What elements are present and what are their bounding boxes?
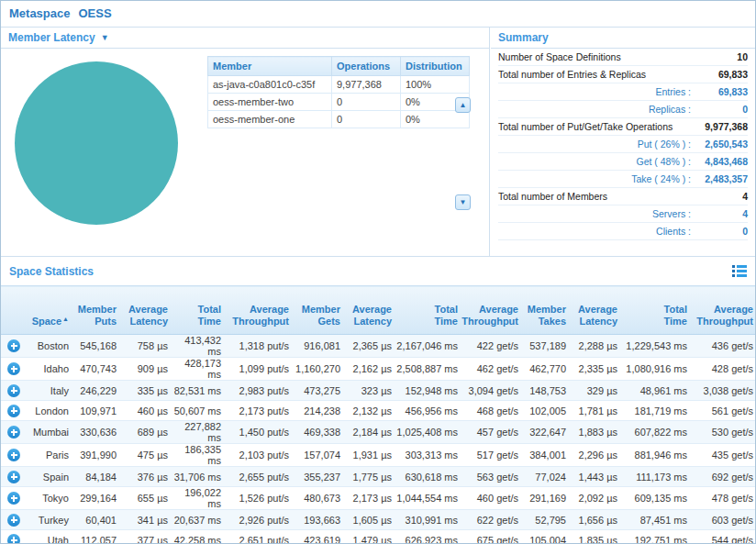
col-header-space[interactable]: Space▲ bbox=[27, 286, 72, 335]
takes-total-time-cell: 192,751 ms bbox=[621, 530, 691, 544]
gets-throughput-cell: 3,094 get/s bbox=[461, 381, 522, 401]
col-header-takes-avg-throughput[interactable]: AverageThroughput bbox=[691, 286, 756, 335]
scroll-down-button[interactable]: ▼ bbox=[455, 194, 471, 210]
takes-total-time-cell: 607,822 ms bbox=[621, 421, 691, 444]
expand-cell bbox=[1, 421, 27, 444]
expand-row-button[interactable] bbox=[7, 471, 20, 483]
col-header-takes-total-time[interactable]: TotalTime bbox=[621, 286, 691, 335]
col-header-puts-avg-latency[interactable]: AverageLatency bbox=[120, 286, 172, 335]
latency-pie-chart bbox=[15, 61, 178, 225]
puts-throughput-cell: 1,099 put/s bbox=[225, 358, 293, 381]
col-header-puts-total-time[interactable]: TotalTime bbox=[172, 286, 225, 335]
col-header-member-takes[interactable]: MemberTakes bbox=[522, 286, 570, 335]
gets-throughput-cell: 460 get/s bbox=[461, 487, 522, 510]
puts-cell: 246,229 bbox=[72, 381, 120, 401]
summary-row: Total number of Entries & Replicas 69,83… bbox=[498, 66, 748, 83]
puts-throughput-cell: 2,103 put/s bbox=[225, 444, 293, 467]
member-latency-heading[interactable]: Member Latency ▼ bbox=[1, 28, 489, 49]
takes-avg-latency-cell: 2,296 µs bbox=[570, 444, 621, 467]
expand-row-button[interactable] bbox=[7, 492, 20, 505]
col-header-puts-avg-throughput[interactable]: AverageThroughput bbox=[225, 286, 293, 335]
col-header-gets-avg-throughput[interactable]: AverageThroughput bbox=[461, 286, 522, 335]
gets-throughput-cell: 457 get/s bbox=[461, 421, 522, 444]
expand-row-button[interactable] bbox=[7, 514, 20, 527]
space-name-cell: Paris bbox=[27, 444, 72, 467]
space-name-cell: Turkey bbox=[27, 510, 72, 530]
puts-avg-latency-cell: 376 µs bbox=[120, 467, 172, 487]
gets-cell: 469,338 bbox=[293, 421, 344, 444]
summary-label: Entries : bbox=[655, 86, 691, 97]
expand-row-button[interactable] bbox=[7, 534, 20, 544]
gets-throughput-cell: 422 get/s bbox=[461, 335, 522, 358]
takes-avg-latency-cell: 2,092 µs bbox=[570, 487, 621, 510]
expand-row-button[interactable] bbox=[7, 426, 20, 439]
puts-total-time-cell: 42,258 ms bbox=[172, 530, 225, 544]
space-statistics-table: Space▲ MemberPuts AverageLatency TotalTi… bbox=[1, 285, 756, 544]
member-name-cell: as-java-c0a801c0-c35f bbox=[208, 76, 332, 94]
page-title-name: OESS bbox=[78, 6, 111, 20]
takes-avg-latency-cell: 1,883 µs bbox=[570, 421, 621, 444]
sort-asc-icon: ▲ bbox=[62, 316, 69, 322]
chevron-down-icon[interactable]: ▼ bbox=[101, 28, 109, 48]
gets-avg-latency-cell: 1,605 µs bbox=[344, 510, 395, 530]
puts-total-time-cell: 50,607 ms bbox=[172, 401, 225, 421]
col-header-gets-total-time[interactable]: TotalTime bbox=[395, 286, 461, 335]
summary-heading: Summary bbox=[491, 28, 755, 49]
summary-row: Get ( 48% ) : 4,843,468 bbox=[498, 153, 748, 171]
puts-total-time-cell: 196,022 ms bbox=[172, 487, 225, 510]
puts-cell: 109,971 bbox=[72, 401, 120, 421]
col-header-distribution: Distribution bbox=[401, 57, 470, 76]
col-header-member-puts[interactable]: MemberPuts bbox=[72, 286, 120, 335]
space-row: Tokyo 299,164 655 µs 196,022 ms 1,526 pu… bbox=[1, 487, 756, 510]
gets-total-time-cell: 630,618 ms bbox=[395, 467, 461, 487]
puts-cell: 112,057 bbox=[72, 530, 120, 544]
summary-label: Total number of Members bbox=[498, 191, 607, 202]
scroll-up-button[interactable]: ▲ bbox=[455, 97, 471, 113]
gets-total-time-cell: 310,991 ms bbox=[395, 510, 461, 530]
summary-row: Take ( 24% ) : 2,483,357 bbox=[498, 171, 748, 188]
puts-cell: 84,184 bbox=[72, 467, 120, 487]
member-row[interactable]: oess-member-two 0 0% bbox=[208, 94, 470, 111]
space-name-cell: Italy bbox=[27, 381, 72, 401]
takes-throughput-cell: 692 get/s bbox=[691, 467, 756, 487]
puts-cell: 299,164 bbox=[72, 487, 120, 510]
col-header-member-gets[interactable]: MemberGets bbox=[293, 286, 344, 335]
takes-cell: 462,770 bbox=[522, 358, 570, 381]
col-header-gets-avg-latency[interactable]: AverageLatency bbox=[344, 286, 395, 335]
puts-total-time-cell: 428,173 ms bbox=[172, 358, 225, 381]
expand-row-button[interactable] bbox=[7, 405, 20, 417]
member-name-cell: oess-member-two bbox=[208, 94, 332, 111]
gets-avg-latency-cell: 2,162 µs bbox=[344, 358, 395, 381]
gets-cell: 157,074 bbox=[293, 444, 344, 467]
gets-total-time-cell: 1,044,554 ms bbox=[395, 487, 461, 510]
summary-list: Number of Space Definitions 10 Total num… bbox=[491, 49, 755, 240]
metaspace-dashboard: MetaspaceOESS Member Latency ▼ Member Op… bbox=[0, 0, 756, 544]
space-name-cell: Tokyo bbox=[27, 487, 72, 510]
gets-total-time-cell: 2,508,887 ms bbox=[395, 358, 461, 381]
gets-throughput-cell: 622 get/s bbox=[461, 510, 522, 530]
summary-value: 9,977,368 bbox=[705, 121, 748, 132]
member-row[interactable]: as-java-c0a801c0-c35f 9,977,368 100% bbox=[208, 76, 470, 94]
takes-total-time-cell: 1,229,543 ms bbox=[621, 335, 691, 358]
expand-cell bbox=[1, 487, 27, 510]
member-row[interactable]: oess-member-one 0 0% bbox=[208, 111, 470, 128]
summary-label: Get ( 48% ) : bbox=[636, 156, 691, 167]
list-view-icon[interactable] bbox=[732, 265, 747, 277]
takes-throughput-cell: 530 get/s bbox=[691, 421, 756, 444]
puts-cell: 391,990 bbox=[72, 444, 120, 467]
expand-row-button[interactable] bbox=[7, 362, 20, 375]
space-name-cell: Utah bbox=[27, 530, 72, 544]
gets-throughput-cell: 517 get/s bbox=[461, 444, 522, 467]
member-table-header-row: Member Operations Distribution bbox=[208, 57, 470, 76]
expand-row-button[interactable] bbox=[7, 449, 20, 461]
summary-row: Number of Space Definitions 10 bbox=[498, 49, 748, 66]
expand-row-button[interactable] bbox=[7, 384, 20, 397]
summary-row: Entries : 69,833 bbox=[498, 83, 748, 101]
gets-throughput-cell: 675 get/s bbox=[461, 530, 522, 544]
member-name-cell: oess-member-one bbox=[208, 111, 332, 128]
takes-total-time-cell: 181,719 ms bbox=[621, 401, 691, 421]
expand-row-button[interactable] bbox=[7, 339, 20, 352]
col-header-takes-avg-latency[interactable]: AverageLatency bbox=[570, 286, 621, 335]
page-title-app: Metaspace bbox=[9, 6, 70, 20]
summary-row: Replicas : 0 bbox=[498, 101, 748, 118]
